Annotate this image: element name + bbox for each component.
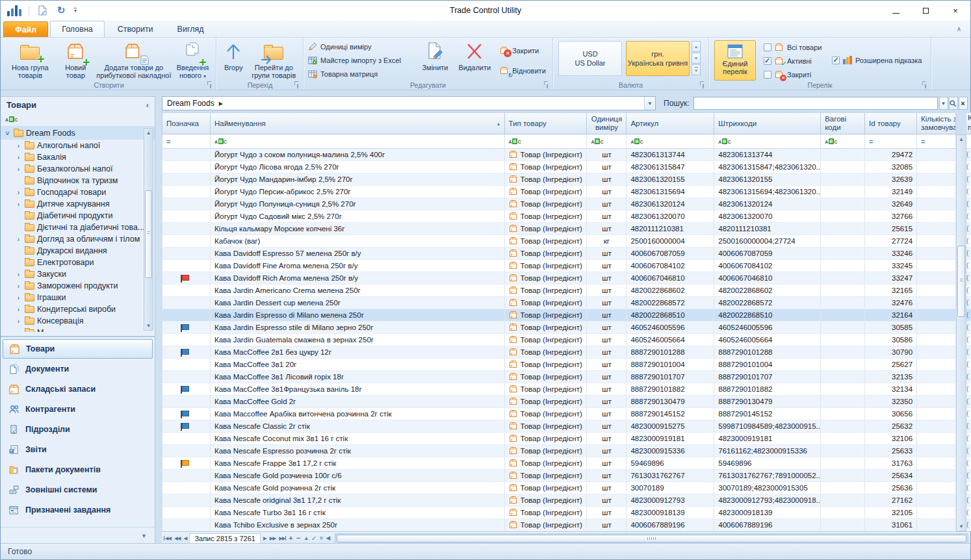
filter-cell[interactable]: ABC (714, 134, 821, 148)
product-name-cell[interactable]: Кава Jardin Americano Crema мелена 250г (211, 285, 505, 296)
filter-cell[interactable]: ABC (587, 134, 627, 148)
product-type-cell[interactable]: Товар (Інгредієнт) (505, 210, 588, 222)
mark-cell[interactable] (162, 173, 211, 185)
product-id-cell[interactable]: 31061 (865, 519, 917, 531)
mark-cell[interactable] (162, 149, 211, 160)
tree-item[interactable]: › Алкогольні напої (1, 140, 155, 151)
barcodes-cell[interactable]: 4823000919181 (714, 433, 821, 444)
table-row[interactable]: Кава Nescafe Frappe 3в1 17,2 г стік Това… (162, 457, 956, 470)
nav-item-box[interactable]: Товари (3, 339, 153, 359)
product-id-cell[interactable]: 30586 (865, 334, 917, 346)
product-id-cell[interactable]: 27162 (865, 494, 917, 506)
weight-codes-cell[interactable] (821, 396, 865, 407)
sku-cell[interactable]: 4820022868572 (627, 297, 714, 309)
barcodes-cell[interactable]: 59469896 (714, 457, 821, 469)
product-id-cell[interactable]: 33246 (865, 248, 917, 259)
product-id-cell[interactable]: 32639 (865, 173, 917, 185)
scroll-left-icon[interactable]: ◀ (325, 535, 330, 541)
sku-cell[interactable]: 4823000919181 (627, 433, 714, 444)
barcodes-cell[interactable]: 8887290101707 (714, 371, 821, 383)
product-id-cell[interactable]: 32476 (865, 297, 917, 309)
qty-cell[interactable] (917, 285, 956, 296)
mark-cell[interactable] (162, 359, 211, 370)
product-id-cell[interactable]: 29472 (865, 149, 917, 160)
weight-codes-cell[interactable] (821, 334, 865, 346)
qty-cell[interactable] (917, 519, 956, 531)
mark-cell[interactable] (162, 507, 211, 518)
sku-cell[interactable]: 59469896 (627, 457, 714, 469)
mark-cell[interactable] (162, 272, 211, 284)
currency-uah-button[interactable]: грн. Українська гривня (626, 41, 690, 76)
dialog-launcher-icon[interactable] (922, 81, 928, 87)
product-name-cell[interactable]: Йогурт Чудо Лісова ягода 2,5% 270г (211, 161, 505, 173)
unit-cell[interactable]: шт (587, 420, 627, 432)
product-type-cell[interactable]: Товар (Інгредієнт) (505, 198, 588, 210)
mark-cell[interactable] (162, 248, 211, 259)
breadcrumb[interactable]: Dream Foods ▶ ▼ (162, 96, 656, 110)
qty-cell[interactable] (917, 198, 956, 210)
new-product-button[interactable]: + Новий товар (56, 40, 96, 79)
chevron-right-icon[interactable]: › (15, 189, 22, 196)
tree-item[interactable]: › Друкарскі видання (1, 245, 155, 257)
product-type-cell[interactable]: Товар (Інгредієнт) (505, 408, 588, 420)
unit-cell[interactable]: шт (587, 359, 627, 370)
filter-cell[interactable]: = (917, 134, 956, 148)
product-id-cell[interactable]: 32085 (865, 161, 917, 173)
nav-item-folderdocs[interactable]: Пакети документів (3, 460, 153, 479)
product-type-cell[interactable]: Товар (Інгредієнт) (505, 149, 588, 160)
table-row[interactable]: Кава Nescafe Coconut mix 3в1 16 г стік Т… (162, 433, 956, 445)
column-header-qty[interactable]: Кількість за замовчува... (917, 112, 956, 134)
search-dropdown-icon[interactable]: ▼ (939, 97, 948, 110)
column-header-mark[interactable]: Позначка (162, 112, 211, 134)
product-type-cell[interactable]: Товар (Інгредієнт) (505, 334, 588, 346)
table-row[interactable]: Кава MacCoffee 2в1 без цукру 12г Товар (… (162, 346, 956, 359)
table-row[interactable]: Йогурт Чудо Полуниця-суниця 2,5% 270г То… (162, 198, 956, 210)
sku-cell[interactable]: 4823061315694 (627, 186, 714, 197)
barcodes-cell[interactable]: 4605246005596 (714, 322, 821, 333)
product-name-cell[interactable]: Кава Maccoffee Арабіка витончена розчинн… (211, 408, 505, 420)
weight-codes-cell[interactable] (821, 445, 865, 457)
qty-cell[interactable] (917, 322, 956, 333)
breadcrumb-dropdown-icon[interactable]: ▼ (644, 97, 655, 110)
sku-cell[interactable]: 8887290130479 (627, 396, 714, 407)
next-page-button[interactable]: ▶▶ (269, 536, 277, 541)
delete-record-button[interactable]: − (296, 535, 301, 542)
tree-item[interactable]: › Відпочинок та туризм (1, 175, 155, 186)
qty-cell[interactable] (917, 470, 956, 481)
unit-cell[interactable]: шт (587, 346, 627, 358)
table-row[interactable]: Йогурт Чудо Мандарин-імбир 2,5% 270г Тов… (162, 173, 956, 186)
weight-codes-cell[interactable] (821, 383, 865, 395)
mark-cell[interactable] (162, 198, 211, 210)
sku-cell[interactable]: 4823061320124 (627, 198, 714, 210)
tree-item[interactable]: › М (1, 327, 155, 332)
scroll-down-icon[interactable]: ▼ (144, 323, 153, 329)
table-row[interactable]: Йогурт Чудо Лісова ягода 2,5% 270г Товар… (162, 161, 956, 173)
checkbox-all-products[interactable]: Всі товари (764, 41, 822, 53)
unit-cell[interactable]: шт (587, 285, 627, 296)
customize-qat-icon[interactable]: ▾ (74, 8, 77, 13)
tree-item[interactable]: › Дитяче харчування (1, 198, 155, 210)
mark-cell[interactable] (162, 383, 211, 395)
barcodes-cell[interactable]: 4823061320155 (714, 173, 821, 185)
sku-cell[interactable]: 8887290101882 (627, 383, 714, 395)
qty-cell[interactable] (917, 445, 956, 457)
add-to-invoice-button[interactable]: Додати товари до прибуткової накладної (96, 40, 172, 79)
unit-cell[interactable]: шт (587, 297, 627, 309)
close-button[interactable]: × (940, 1, 970, 20)
qty-cell[interactable] (917, 235, 956, 247)
weight-codes-cell[interactable] (821, 433, 865, 444)
barcodes-cell[interactable]: 7613031762767;7891000052... (714, 470, 821, 481)
weight-codes-cell[interactable] (821, 285, 865, 296)
mark-cell[interactable] (162, 186, 211, 197)
qty-cell[interactable] (917, 383, 956, 395)
barcodes-cell[interactable]: 4006067084102 (714, 260, 821, 272)
unit-cell[interactable]: шт (587, 272, 627, 284)
table-row[interactable]: Йогурт Чудо Персик-абрикос 2,5% 270г Тов… (162, 186, 956, 198)
qty-cell[interactable] (917, 297, 956, 309)
barcodes-cell[interactable]: 4823000912793;4823000918... (714, 494, 821, 506)
tree-item[interactable]: › Безалкогольні напої (1, 163, 155, 175)
tree-item[interactable]: › Господарчі товари (1, 186, 155, 198)
unit-cell[interactable]: шт (587, 223, 627, 235)
barcodes-cell[interactable]: 5998710984589;4823000915... (714, 420, 821, 432)
new-product-group-button[interactable]: + Нова група товарів (5, 40, 56, 79)
